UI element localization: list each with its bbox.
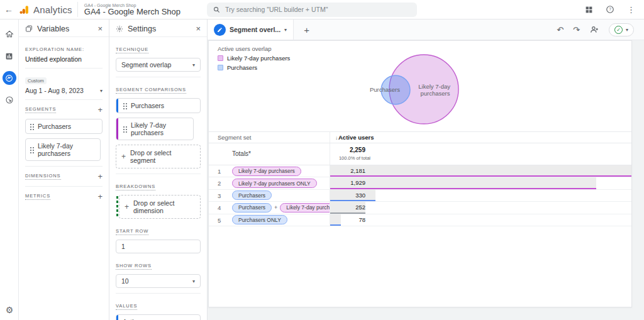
- back-icon[interactable]: ←: [0, 4, 18, 14]
- more-menu-icon[interactable]: ⋮: [627, 6, 635, 14]
- venn-big-label: Likely 7-day purchasers: [418, 83, 452, 97]
- show-rows-select[interactable]: 10 ▾: [116, 274, 201, 288]
- share-user-icon[interactable]: [589, 25, 599, 34]
- undo-icon[interactable]: ↶: [557, 25, 564, 35]
- drop-segment-zone[interactable]: + Drop or select segment: [116, 145, 201, 168]
- show-rows-label: SHOW ROWS: [116, 263, 152, 270]
- start-row-input[interactable]: 1: [116, 240, 201, 253]
- value-active-users[interactable]: Active users: [116, 314, 201, 320]
- technique-value: Segment overlap: [121, 61, 171, 69]
- left-nav-rail: ⚙: [0, 19, 19, 320]
- table-row[interactable]: 4 Purchasers + Likely 7-day purchasers 2…: [209, 202, 631, 214]
- segment-chip[interactable]: Purchasers ONLY: [232, 215, 287, 224]
- show-rows-section: SHOW ROWS 10 ▾: [109, 253, 207, 294]
- drop-dimension-label: Drop or select dimension: [133, 199, 195, 214]
- col-segment-set[interactable]: Segment set: [218, 132, 251, 143]
- drag-handle-icon[interactable]: [123, 126, 127, 133]
- date-range-section[interactable]: Custom Aug 1 - Aug 8, 2023 ▾: [19, 69, 109, 100]
- close-variables-icon[interactable]: ×: [97, 24, 103, 33]
- start-row-label: START ROW: [116, 228, 148, 235]
- settings-header: Settings ×: [109, 21, 207, 37]
- segment-item-likely-7-day[interactable]: Likely 7-day purchasers: [25, 138, 101, 161]
- drop-dimension-zone[interactable]: + Drop or select dimension: [119, 195, 201, 219]
- segments-section: SEGMENTS + Purchasers Likely 7-day purch…: [19, 100, 109, 167]
- start-row-value: 1: [121, 243, 125, 250]
- nav-explore[interactable]: [3, 71, 16, 85]
- exploration-name-value[interactable]: Untitled exploration: [25, 55, 103, 63]
- venn-legend: Active users overlap Likely 7-day purcha…: [218, 45, 290, 74]
- segment-chip[interactable]: Likely 7-day purchasers ONLY: [232, 179, 317, 188]
- analytics-logo[interactable]: Analytics: [18, 4, 77, 15]
- search-icon: [213, 6, 220, 13]
- row-number: 5: [218, 214, 221, 226]
- table-header-row: Segment set ↓Active users: [209, 132, 631, 143]
- segments-label: SEGMENTS: [25, 106, 56, 113]
- segment-item-purchasers[interactable]: Purchasers: [25, 119, 103, 134]
- row-value: 2,181: [335, 165, 365, 177]
- segment-table: Segment set ↓Active users Totals* 2,259 …: [209, 132, 631, 226]
- legend-item: Purchasers: [218, 64, 290, 71]
- totals-label: Totals*: [232, 150, 251, 157]
- drag-handle-icon[interactable]: [123, 102, 127, 109]
- add-metric-icon[interactable]: +: [97, 192, 103, 201]
- segment-comparisons-label: SEGMENT COMPARISONS: [116, 87, 186, 94]
- add-icon: +: [121, 152, 126, 161]
- segment-comparisons-section: SEGMENT COMPARISONS Purchasers Likely 7-…: [109, 77, 207, 174]
- close-settings-icon[interactable]: ×: [196, 24, 201, 33]
- row-value: 1,929: [335, 177, 365, 189]
- drag-handle-icon[interactable]: [30, 123, 34, 130]
- value-bar: [330, 165, 631, 177]
- variables-icon: [25, 25, 33, 33]
- sort-desc-icon: ↓: [335, 135, 338, 141]
- segment-chip[interactable]: Purchasers: [232, 203, 272, 212]
- table-row[interactable]: 1 Likely 7-day purchasers 2,181: [209, 165, 631, 177]
- table-row[interactable]: 2 Likely 7-day purchasers ONLY 1,929: [209, 177, 631, 189]
- admin-gear-icon[interactable]: ⚙: [0, 305, 19, 315]
- settings-gear-icon: [116, 25, 123, 33]
- totals-subtext: 100.0% of total: [330, 155, 370, 161]
- tab-caret-icon[interactable]: ▾: [284, 27, 287, 33]
- nav-home[interactable]: [3, 27, 16, 41]
- nav-reports[interactable]: [3, 49, 16, 63]
- legend-title: Active users overlap: [218, 45, 290, 52]
- nav-advertising[interactable]: [3, 93, 16, 107]
- date-caret-icon: ▾: [100, 88, 103, 94]
- col-active-users[interactable]: ↓Active users: [335, 132, 374, 144]
- legend-label: Purchasers: [227, 64, 257, 71]
- help-icon[interactable]: ?: [606, 5, 614, 14]
- value-bar: [330, 177, 596, 189]
- technique-select[interactable]: Segment overlap ▾: [116, 58, 201, 72]
- technique-caret-icon: ▾: [192, 62, 195, 68]
- add-dimension-icon[interactable]: +: [97, 172, 103, 181]
- svg-text:?: ?: [609, 7, 611, 11]
- tab-segment-overlap[interactable]: Segment overl... ▾: [208, 19, 294, 40]
- breakdowns-section: BREAKDOWNS + Drop or select dimension: [109, 174, 207, 219]
- exploration-name-section: EXPLORATION NAME: Untitled exploration: [19, 37, 109, 69]
- ga4-exploration-page: ← Analytics GA4 - Google Merch Shop GA4 …: [0, 0, 644, 320]
- breakdowns-label: BREAKDOWNS: [116, 184, 155, 190]
- comparison-purchasers[interactable]: Purchasers: [116, 98, 201, 113]
- segment-chip[interactable]: Likely 7-day purchasers: [232, 167, 301, 176]
- legend-label: Likely 7-day purchasers: [227, 55, 290, 62]
- redo-icon[interactable]: ↷: [573, 25, 580, 35]
- tab-strip: Segment overl... ▾ + ↶ ↷ ✓ ▾: [208, 19, 644, 40]
- table-row[interactable]: 5 Purchasers ONLY 78: [209, 214, 631, 226]
- search-bar[interactable]: Try searching "URL builder + UTM": [207, 3, 417, 17]
- table-row[interactable]: 3 Purchasers 330: [209, 190, 631, 202]
- drag-handle-icon[interactable]: [30, 146, 34, 153]
- apps-grid-icon[interactable]: [585, 6, 593, 14]
- canvas-actions: ↶ ↷ ✓ ▾: [557, 23, 644, 36]
- add-tab-icon[interactable]: +: [294, 25, 319, 35]
- add-segment-icon[interactable]: +: [97, 105, 103, 114]
- venn-diagram[interactable]: Purchasers Likely 7-day purchasers: [353, 45, 504, 130]
- drop-segment-label: Drop or select segment: [130, 149, 195, 164]
- show-rows-caret-icon: ▾: [192, 279, 195, 284]
- totals-row: Totals* 2,259 100.0% of total: [209, 143, 631, 165]
- export-button[interactable]: ✓ ▾: [609, 23, 634, 36]
- export-caret-icon: ▾: [626, 27, 628, 33]
- segment-chip[interactable]: Purchasers: [232, 190, 272, 200]
- settings-title: Settings: [128, 25, 191, 33]
- property-selector[interactable]: GA4 - Google Merch Shop GA4 - Google Mer…: [77, 2, 187, 18]
- row-number: 3: [218, 190, 221, 202]
- comparison-likely-7-day[interactable]: Likely 7-day purchasers: [116, 118, 194, 140]
